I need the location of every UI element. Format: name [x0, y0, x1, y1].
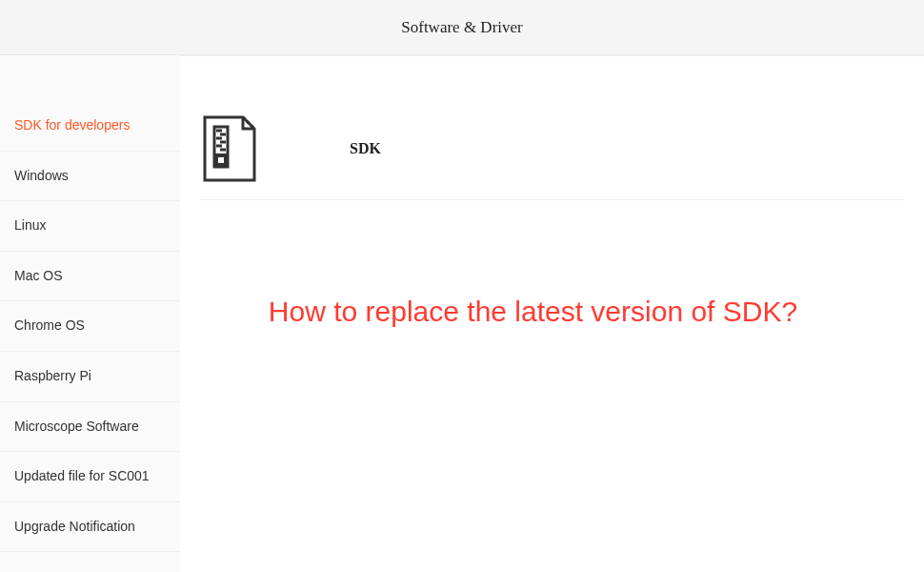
sidebar-item-chromeos[interactable]: Chrome OS: [0, 301, 180, 352]
page-title: Software & Driver: [401, 18, 522, 37]
sidebar-item-updated-file-sc001[interactable]: Updated file for SC001: [0, 452, 180, 502]
content-area: SDK for developers Windows Linux Mac OS …: [0, 55, 924, 572]
sidebar-item-label: Windows: [14, 168, 69, 183]
zip-file-icon: [199, 113, 260, 184]
sidebar-item-sdk-developers[interactable]: SDK for developers: [0, 101, 180, 152]
sidebar-item-label: Linux: [14, 217, 46, 233]
sidebar-item-label: SDK for developers: [14, 117, 130, 133]
page-header: Software & Driver: [0, 0, 924, 55]
sidebar: SDK for developers Windows Linux Mac OS …: [0, 55, 180, 572]
sidebar-item-label: Chrome OS: [14, 317, 85, 333]
file-row[interactable]: SDK: [199, 102, 905, 200]
sidebar-item-label: Mac OS: [14, 268, 63, 283]
sidebar-item-upgrade-notification[interactable]: Upgrade Notification: [0, 502, 180, 553]
sidebar-item-microscope-software[interactable]: Microscope Software: [0, 402, 180, 453]
svg-rect-3: [218, 157, 224, 163]
file-title: SDK: [350, 140, 381, 157]
sidebar-item-label: Upgrade Notification: [14, 519, 135, 534]
sidebar-item-label: Updated file for SC001: [14, 468, 150, 483]
main-panel: SDK How to replace the latest version of…: [180, 55, 924, 572]
sidebar-item-label: Microscope Software: [14, 419, 139, 434]
sidebar-item-label: Raspberry Pi: [14, 368, 91, 383]
sidebar-item-raspberrypi[interactable]: Raspberry Pi: [0, 352, 180, 402]
question-text: How to replace the latest version of SDK…: [199, 296, 905, 328]
sidebar-item-linux[interactable]: Linux: [0, 201, 180, 252]
svg-line-0: [243, 117, 254, 129]
sidebar-item-macos[interactable]: Mac OS: [0, 252, 180, 302]
sidebar-item-windows[interactable]: Windows: [0, 152, 180, 202]
